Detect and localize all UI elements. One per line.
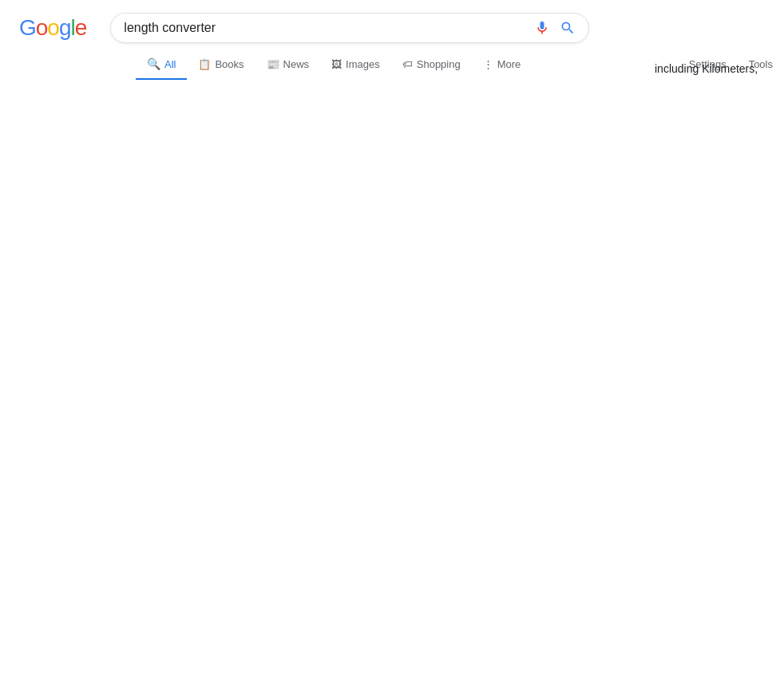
- tab-books[interactable]: 📋 Books: [187, 50, 255, 80]
- tab-images[interactable]: 🖼 Images: [320, 50, 391, 80]
- search-icons: [534, 20, 576, 36]
- search-input[interactable]: [124, 21, 526, 35]
- more-icon: ⋮: [483, 58, 493, 70]
- tab-news-label: News: [283, 58, 310, 70]
- images-icon: 🖼: [331, 58, 342, 70]
- tab-books-label: Books: [215, 58, 244, 70]
- tab-news[interactable]: 📰 News: [255, 50, 321, 80]
- tab-all[interactable]: 🔍 All: [136, 49, 187, 80]
- all-icon: 🔍: [147, 57, 160, 70]
- books-icon: 📋: [198, 58, 211, 70]
- tab-images-label: Images: [346, 58, 380, 70]
- tab-more[interactable]: ⋮ More: [472, 50, 533, 80]
- desc-text-3: including Kilometers,: [655, 62, 758, 75]
- tab-more-label: More: [497, 58, 521, 70]
- tab-all-label: All: [164, 58, 176, 70]
- tab-shopping[interactable]: 🏷 Shopping: [391, 50, 472, 80]
- tab-shopping-label: Shopping: [417, 58, 461, 70]
- mic-icon[interactable]: [534, 20, 550, 36]
- search-bar: [110, 13, 589, 43]
- news-icon: 📰: [267, 58, 279, 70]
- shopping-icon: 🏷: [402, 58, 413, 70]
- google-logo[interactable]: Google: [19, 15, 86, 41]
- search-icon[interactable]: [560, 20, 576, 36]
- header: Google: [0, 0, 784, 43]
- search-bar-wrapper: [110, 13, 589, 43]
